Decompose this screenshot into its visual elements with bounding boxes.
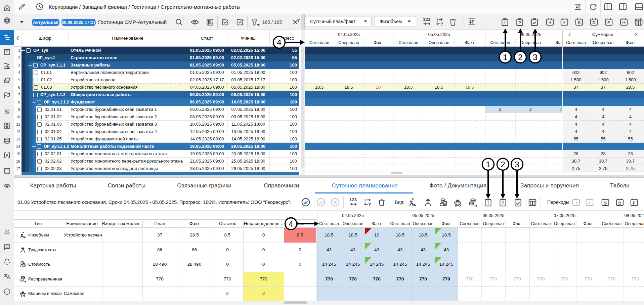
svg-text:1: 1 — [486, 160, 490, 169]
svg-text:3: 3 — [533, 53, 537, 62]
svg-text:1: 1 — [503, 53, 507, 62]
svg-text:3: 3 — [515, 160, 519, 169]
svg-text:2: 2 — [518, 53, 522, 62]
svg-text:4: 4 — [289, 219, 293, 228]
svg-text:4: 4 — [277, 38, 281, 47]
svg-text:2: 2 — [501, 160, 505, 169]
